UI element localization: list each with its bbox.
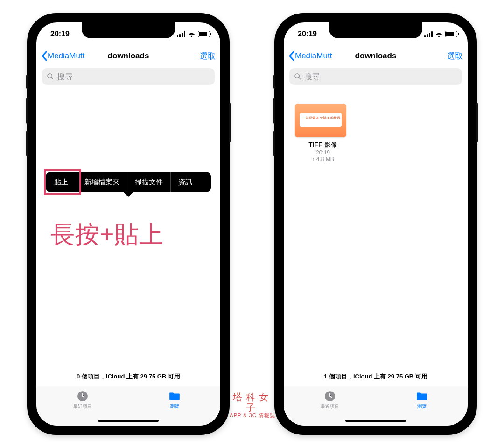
notch bbox=[329, 22, 422, 38]
tab-browse-label: 瀏覽 bbox=[417, 403, 427, 410]
clock-icon bbox=[76, 390, 89, 402]
file-item[interactable]: 一起探索 APP與3C的世界！ TIFF 影像 20:19 ↑ 4.8 MB bbox=[295, 104, 351, 162]
clock: 20:19 bbox=[298, 30, 317, 38]
thumbnail-text: 一起探索 APP與3C的世界！ bbox=[302, 116, 343, 120]
battery-icon bbox=[198, 31, 210, 37]
status-icons bbox=[424, 31, 457, 37]
nav-bar: MediaMutt downloads 選取 bbox=[36, 46, 220, 66]
clock: 20:19 bbox=[50, 30, 70, 38]
home-indicator[interactable] bbox=[345, 420, 406, 422]
select-button[interactable]: 選取 bbox=[447, 51, 463, 62]
nav-bar: MediaMutt downloads 選取 bbox=[284, 46, 468, 66]
menu-info[interactable]: 資訊 bbox=[171, 172, 200, 192]
status-icons bbox=[177, 31, 210, 37]
search-placeholder: 搜尋 bbox=[304, 71, 320, 82]
context-menu: 貼上 新增檔案夾 掃描文件 資訊 bbox=[46, 172, 211, 192]
search-input[interactable]: 搜尋 bbox=[42, 68, 215, 85]
file-name: TIFF 影像 bbox=[295, 141, 351, 149]
folder-icon bbox=[168, 390, 181, 402]
back-button[interactable]: MediaMutt bbox=[41, 51, 84, 61]
file-time: 20:19 bbox=[295, 149, 351, 156]
screen-right: 20:19 MediaMutt downloads 選取 搜尋 一 bbox=[284, 22, 468, 426]
watermark: 塔科女子 APP & 3C 情報誌 bbox=[227, 392, 278, 418]
mute-switch bbox=[26, 75, 28, 89]
tab-bar: 最近項目 瀏覽 bbox=[36, 386, 220, 426]
annotation-text: 長按+貼上 bbox=[50, 218, 164, 251]
file-size: ↑ 4.8 MB bbox=[295, 156, 351, 162]
tab-recent-label: 最近項目 bbox=[73, 403, 92, 410]
menu-paste[interactable]: 貼上 bbox=[46, 172, 77, 192]
search-icon bbox=[47, 73, 54, 80]
content-area[interactable]: 貼上 新增檔案夾 掃描文件 資訊 長按+貼上 bbox=[36, 88, 220, 384]
cellular-signal-icon bbox=[424, 31, 433, 37]
screen-left: 20:19 MediaMutt downloads 選取 搜尋 貼上 新增檔案夾 bbox=[36, 22, 220, 426]
cellular-signal-icon bbox=[177, 31, 185, 37]
mute-switch bbox=[273, 75, 275, 89]
wifi-icon bbox=[435, 31, 443, 37]
back-label: MediaMutt bbox=[48, 51, 84, 61]
tab-browse-label: 瀏覽 bbox=[170, 403, 179, 410]
phone-right: 20:19 MediaMutt downloads 選取 搜尋 一 bbox=[275, 14, 476, 434]
home-indicator[interactable] bbox=[98, 420, 159, 422]
watermark-line-1: 塔科女子 bbox=[227, 392, 278, 413]
back-label: MediaMutt bbox=[295, 51, 332, 61]
volume-up-button bbox=[26, 98, 28, 124]
volume-down-button bbox=[26, 131, 28, 156]
folder-icon bbox=[415, 390, 428, 402]
content-area[interactable]: 一起探索 APP與3C的世界！ TIFF 影像 20:19 ↑ 4.8 MB bbox=[284, 88, 468, 384]
chevron-left-icon bbox=[288, 51, 295, 61]
clock-icon bbox=[323, 390, 336, 402]
power-button bbox=[476, 103, 478, 142]
footer-status: 0 個項目，iCloud 上有 29.75 GB 可用 bbox=[36, 372, 220, 381]
tab-recent-label: 最近項目 bbox=[321, 403, 339, 410]
context-menu-arrow-icon bbox=[124, 192, 133, 197]
notch bbox=[82, 22, 175, 38]
search-placeholder: 搜尋 bbox=[57, 71, 73, 82]
footer-status: 1 個項目，iCloud 上有 29.75 GB 可用 bbox=[284, 372, 468, 381]
tab-bar: 最近項目 瀏覽 bbox=[284, 386, 468, 426]
menu-scan[interactable]: 掃描文件 bbox=[127, 172, 171, 192]
chevron-left-icon bbox=[41, 51, 48, 61]
power-button bbox=[229, 103, 231, 142]
search-input[interactable]: 搜尋 bbox=[289, 68, 462, 85]
watermark-line-2: APP & 3C 情報誌 bbox=[227, 413, 278, 418]
menu-new-folder[interactable]: 新增檔案夾 bbox=[77, 172, 127, 192]
volume-down-button bbox=[273, 131, 275, 156]
volume-up-button bbox=[273, 98, 275, 124]
file-thumbnail: 一起探索 APP與3C的世界！ bbox=[295, 104, 346, 137]
phone-left: 20:19 MediaMutt downloads 選取 搜尋 貼上 新增檔案夾 bbox=[28, 14, 229, 434]
wifi-icon bbox=[188, 31, 196, 37]
battery-icon bbox=[445, 31, 457, 37]
search-icon bbox=[294, 73, 301, 80]
select-button[interactable]: 選取 bbox=[200, 51, 216, 62]
back-button[interactable]: MediaMutt bbox=[288, 51, 332, 61]
